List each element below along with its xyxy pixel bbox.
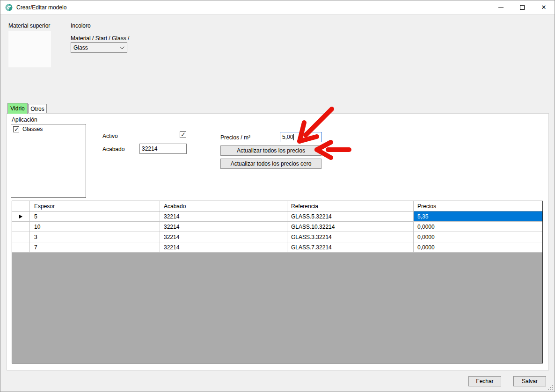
material-select-value: Glass <box>73 44 88 51</box>
row-selector-cell[interactable] <box>12 222 30 232</box>
chevron-down-icon <box>120 44 124 49</box>
table-row[interactable]: 732214GLASS.7.322140,0000 <box>12 242 542 253</box>
cell-espesor[interactable]: 10 <box>30 222 160 232</box>
fechar-button[interactable]: Fechar <box>468 376 501 386</box>
resize-grip[interactable] <box>548 385 553 390</box>
table-row[interactable]: 532214GLASS.5.322145,35 <box>12 211 542 222</box>
salvar-label: Salvar <box>522 378 538 385</box>
cell-acabado[interactable]: 32214 <box>160 211 287 222</box>
fechar-label: Fechar <box>476 378 493 385</box>
text-caret <box>293 134 294 140</box>
precios-value: 5,00 <box>282 134 293 140</box>
cell-referencia[interactable]: GLASS.7.32214 <box>287 242 414 253</box>
cell-acabado[interactable]: 32214 <box>160 242 287 253</box>
minimize-icon <box>498 7 504 7</box>
close-button[interactable]: ✕ <box>533 0 555 15</box>
incoloro-label: Incoloro <box>71 22 91 29</box>
dialog-window: Crear/Editar modelo ✕ Material superior … <box>0 0 555 392</box>
cell-precios[interactable]: 5,35 <box>414 211 542 222</box>
close-icon: ✕ <box>541 4 547 10</box>
material-select[interactable]: Glass <box>71 42 127 53</box>
grid-header-row: Espesor Acabado Referencia Precios <box>12 201 542 211</box>
cell-acabado[interactable]: 32214 <box>160 222 287 232</box>
cell-espesor[interactable]: 3 <box>30 232 160 242</box>
cell-referencia[interactable]: GLASS.5.32214 <box>287 211 414 222</box>
tab-vidrio[interactable]: Vidrio <box>7 103 28 114</box>
table-row[interactable]: 332214GLASS.3.322140,0000 <box>12 232 542 242</box>
tab-otros[interactable]: Otros <box>28 104 47 113</box>
precios-input[interactable]: 5,00 <box>280 132 322 142</box>
aplicacion-label: Aplicación <box>12 116 37 123</box>
update-prices-zero-label: Actualizar todos los precios cero <box>231 160 312 167</box>
cell-espesor[interactable]: 7 <box>30 242 160 253</box>
acabado-input[interactable]: 32214 <box>139 144 187 154</box>
acabado-value: 32214 <box>142 145 157 152</box>
tab-vidrio-label: Vidrio <box>10 105 24 112</box>
app-icon <box>5 4 13 11</box>
list-item-checkbox[interactable] <box>13 126 19 132</box>
cell-acabado[interactable]: 32214 <box>160 232 287 242</box>
cell-precios[interactable]: 0,0000 <box>414 232 542 242</box>
row-selector-cell[interactable] <box>12 232 30 242</box>
precios-label: Precios / m² <box>220 134 250 141</box>
breadcrumb: Material / Start / Glass / <box>71 35 129 42</box>
salvar-button[interactable]: Salvar <box>513 376 546 386</box>
window-title: Crear/Editar modelo <box>16 4 66 11</box>
grid-header-precios[interactable]: Precios <box>414 201 542 211</box>
tab-otros-label: Otros <box>30 106 44 112</box>
update-prices-label: Actualizar todos los precios <box>237 147 305 154</box>
list-item-label: Glasses <box>22 126 43 132</box>
update-prices-zero-button[interactable]: Actualizar todos los precios cero <box>220 159 321 169</box>
title-bar: Crear/Editar modelo ✕ <box>0 0 555 15</box>
cell-referencia[interactable]: GLASS.3.32214 <box>287 232 414 242</box>
material-color-swatch <box>8 31 51 67</box>
material-superior-label: Material superior <box>8 22 50 29</box>
grid-header-selector <box>12 201 30 211</box>
minimize-button[interactable] <box>490 0 511 15</box>
cell-referencia[interactable]: GLASS.10.32214 <box>287 222 414 232</box>
list-item[interactable]: Glasses <box>11 124 86 133</box>
row-selector-cell[interactable] <box>12 211 30 222</box>
row-selector-cell[interactable] <box>12 242 30 253</box>
cell-precios[interactable]: 0,0000 <box>414 242 542 253</box>
grid-rows: 532214GLASS.5.322145,351032214GLASS.10.3… <box>12 211 542 253</box>
aplicacion-listbox[interactable]: Glasses <box>11 124 86 198</box>
maximize-button[interactable] <box>511 0 533 15</box>
cell-precios[interactable]: 0,0000 <box>414 222 542 232</box>
update-prices-button[interactable]: Actualizar todos los precios <box>220 145 321 156</box>
prices-grid[interactable]: Espesor Acabado Referencia Precios 53221… <box>12 201 543 363</box>
current-row-arrow-icon <box>19 215 22 218</box>
grid-header-acabado[interactable]: Acabado <box>160 201 287 211</box>
grid-header-espesor[interactable]: Espesor <box>30 201 160 211</box>
activo-label: Activo <box>102 133 118 139</box>
maximize-icon <box>520 5 525 10</box>
grid-header-referencia[interactable]: Referencia <box>287 201 414 211</box>
activo-checkbox[interactable] <box>180 131 186 138</box>
cell-espesor[interactable]: 5 <box>30 211 160 222</box>
table-row[interactable]: 1032214GLASS.10.322140,0000 <box>12 222 542 232</box>
acabado-label: Acabado <box>102 146 124 152</box>
